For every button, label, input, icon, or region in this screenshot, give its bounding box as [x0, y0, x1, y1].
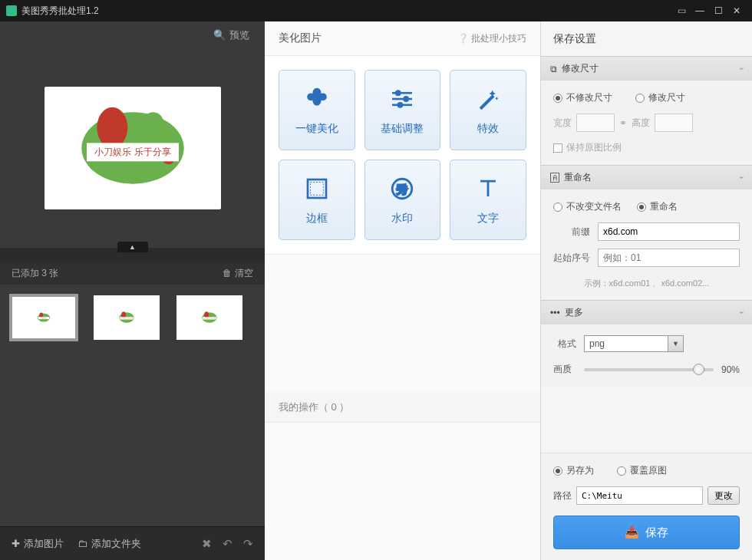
radio-overwrite[interactable]: 覆盖原图	[617, 464, 667, 477]
app-title: 美图秀秀批处理1.2	[21, 5, 99, 18]
added-count: 已添加 3 张	[12, 267, 58, 280]
radio-icon	[637, 203, 646, 212]
save-button[interactable]: 📥 保存	[553, 516, 740, 549]
more-icon: •••	[550, 308, 560, 318]
slider-thumb[interactable]	[693, 364, 704, 375]
link-icon[interactable]: ⚭	[619, 117, 627, 128]
svg-point-20	[397, 91, 401, 94]
width-input[interactable]	[576, 114, 615, 132]
crop-icon: ⧉	[550, 64, 557, 74]
radio-icon	[617, 466, 626, 476]
radio-icon	[553, 94, 562, 103]
start-number-input[interactable]	[598, 249, 740, 267]
save-icon: 📥	[625, 525, 639, 539]
change-path-button[interactable]: 更改	[707, 486, 740, 505]
thumbnail[interactable]: 小刀娱乐 乐于分享	[175, 294, 244, 341]
tool-grid: 一键美化 基础调整 特效 边框 秀 水印 文字	[265, 56, 540, 255]
tool-basic-adjust[interactable]: 基础调整	[364, 70, 441, 150]
rename-icon: 🄰	[550, 173, 559, 183]
format-label: 格式	[553, 338, 576, 351]
watermark-icon: 秀	[388, 175, 416, 203]
tool-beautify[interactable]: 一键美化	[279, 70, 355, 150]
rename-example: 示例：x6d.com01 、x6d.com02...	[553, 275, 740, 289]
checkbox-icon	[553, 143, 562, 153]
radio-no-resize[interactable]: 不修改尺寸	[553, 91, 612, 104]
tool-watermark[interactable]: 秀 水印	[364, 160, 441, 240]
preview-label[interactable]: 预览	[229, 28, 249, 42]
radio-do-resize[interactable]: 修改尺寸	[635, 91, 685, 104]
close-button[interactable]: ✕	[727, 3, 746, 18]
center-panel: 美化图片 ❔ 批处理小技巧 一键美化 基础调整 特效 边框	[265, 21, 541, 560]
operations-list	[265, 423, 540, 560]
svg-rect-26	[310, 182, 323, 195]
prefix-input[interactable]	[598, 222, 740, 241]
path-input[interactable]	[576, 486, 703, 505]
frame-icon	[303, 175, 331, 203]
tool-effects[interactable]: 特效	[450, 70, 526, 150]
minimize-button[interactable]: —	[691, 3, 709, 18]
flower-icon	[303, 85, 331, 113]
quality-label: 画质	[553, 363, 576, 376]
sliders-icon	[388, 85, 416, 113]
width-label: 宽度	[553, 117, 572, 130]
height-label: 高度	[632, 117, 650, 130]
prefix-label: 前缀	[553, 226, 590, 239]
radio-do-rename[interactable]: 重命名	[637, 200, 678, 213]
panel-divider[interactable]: ▲	[0, 248, 265, 262]
add-image-button[interactable]: ✚ 添加图片	[12, 537, 64, 551]
bottom-toolbar: ✚ 添加图片 🗀 添加文件夹 ✖ ↶ ↷	[0, 526, 265, 560]
chevron-icon: ›	[737, 176, 746, 179]
radio-no-rename[interactable]: 不改变文件名	[553, 200, 622, 213]
path-label: 路径	[553, 489, 572, 502]
radio-save-as[interactable]: 另存为	[553, 464, 594, 477]
quality-slider[interactable]	[584, 368, 714, 371]
folder-icon: 🗀	[78, 538, 87, 549]
remove-icon[interactable]: ✖	[202, 537, 212, 551]
maximize-button[interactable]: ☐	[709, 3, 727, 18]
chevron-icon: ›	[737, 311, 746, 314]
trash-icon: 🗑	[223, 268, 232, 278]
tips-link[interactable]: ❔ 批处理小技巧	[457, 32, 526, 45]
svg-point-1	[97, 107, 127, 148]
format-select[interactable]: png ▼	[584, 335, 684, 352]
expand-toggle[interactable]: ▲	[117, 242, 148, 252]
radio-icon	[635, 94, 645, 103]
left-panel: 🔍 预览 小刀娱乐 乐于分享 ▲ 已添加 3 张 🗑	[0, 21, 265, 560]
thumbnail[interactable]: 小刀娱乐 乐于分享	[92, 294, 161, 341]
preview-area: 小刀娱乐 乐于分享	[0, 48, 265, 248]
tool-text[interactable]: 文字	[450, 160, 526, 240]
text-icon	[474, 175, 502, 203]
svg-point-12	[121, 311, 126, 318]
section-resize-header[interactable]: ⧉ 修改尺寸 ›	[541, 56, 752, 81]
clear-button[interactable]: 清空	[235, 267, 253, 280]
preview-icon: 🔍	[213, 29, 226, 41]
radio-icon	[553, 203, 562, 212]
feedback-button[interactable]: ▭	[672, 3, 691, 18]
operations-header: 我的操作（ 0 ）	[265, 392, 540, 423]
svg-point-24	[398, 103, 402, 107]
svg-text:小刀娱乐 乐于分享: 小刀娱乐 乐于分享	[94, 147, 170, 157]
section-more-header[interactable]: ••• 更多 ›	[541, 300, 752, 324]
add-folder-button[interactable]: 🗀 添加文件夹	[78, 537, 141, 551]
section-rename-header[interactable]: 🄰 重命名 ›	[541, 165, 752, 189]
preview-image: 小刀娱乐 乐于分享	[45, 87, 221, 209]
plus-icon: ✚	[12, 538, 20, 549]
radio-icon	[553, 466, 562, 476]
chevron-icon: ›	[737, 68, 746, 70]
keep-ratio-checkbox[interactable]: 保持原图比例	[553, 141, 740, 154]
redo-icon[interactable]: ↷	[243, 537, 253, 551]
svg-point-16	[204, 311, 209, 318]
dropdown-arrow-icon: ▼	[668, 336, 683, 351]
titlebar: 美图秀秀批处理1.2 ▭ — ☐ ✕	[0, 0, 752, 21]
tool-frame[interactable]: 边框	[279, 160, 355, 240]
thumbnail[interactable]: 小刀娱乐 乐于分享	[9, 294, 78, 341]
magic-icon	[474, 85, 502, 113]
height-input[interactable]	[655, 114, 693, 132]
undo-icon[interactable]: ↶	[223, 537, 233, 551]
center-title: 美化图片	[279, 31, 322, 45]
start-number-label: 起始序号	[553, 252, 590, 265]
thumbnail-list: 小刀娱乐 乐于分享 小刀娱乐 乐于分享 小刀娱乐 乐于分享	[0, 285, 265, 526]
svg-point-2	[143, 112, 163, 133]
svg-point-22	[404, 97, 408, 100]
svg-text:秀: 秀	[397, 183, 407, 195]
